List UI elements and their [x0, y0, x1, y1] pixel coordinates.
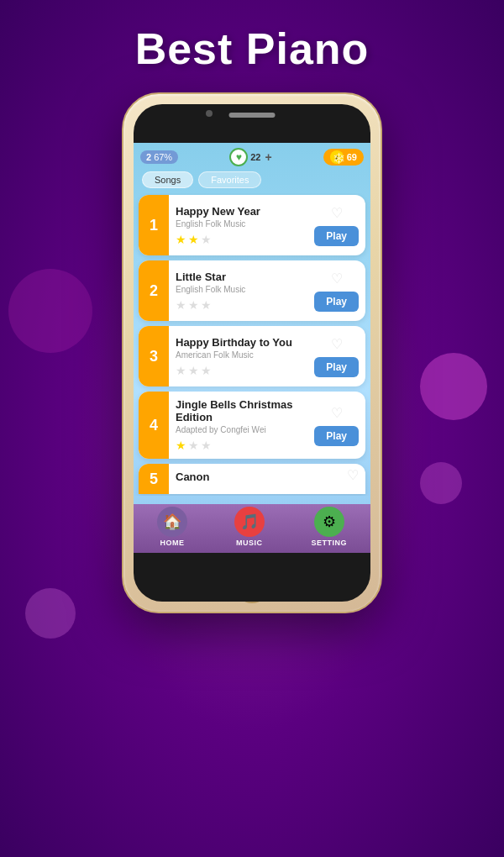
bokeh-decoration — [25, 588, 76, 639]
tab-favorites[interactable]: Favorites — [198, 171, 261, 188]
favorite-heart-1[interactable]: ♡ — [331, 205, 343, 221]
star-icon: ★ — [176, 233, 186, 246]
play-button-2[interactable]: Play — [314, 292, 359, 312]
song-subtitle-3: American Folk Music — [176, 350, 301, 360]
music-icon-circle: 🎵 — [234, 507, 265, 537]
phone-speaker — [229, 113, 276, 118]
song-actions-1: ♡ Play — [307, 200, 365, 251]
star-icon: ★ — [188, 298, 199, 312]
song-info-2: Little Star English Folk Music ★ ★ ★ — [169, 264, 307, 318]
home-icon-circle: 🏠 — [157, 507, 187, 537]
heart-count: 22 — [250, 152, 260, 162]
star-icon: ★ — [201, 298, 212, 312]
coin-count: 69 — [347, 152, 357, 162]
stars-1: ★ ★ ★ — [176, 233, 301, 246]
plus-button[interactable]: + — [265, 150, 271, 164]
song-subtitle-2: English Folk Music — [176, 285, 301, 294]
song-title-4: Jingle Bells Christmas Edition — [176, 398, 301, 423]
song-number-2: 2 — [139, 260, 169, 321]
heart-icon: ♥ — [229, 148, 248, 166]
song-actions-4: ♡ Play — [307, 400, 365, 451]
page-title: Best Piano — [0, 0, 504, 89]
nav-item-music[interactable]: 🎵 MUSIC — [234, 507, 265, 547]
setting-icon-circle: ⚙ — [314, 507, 344, 537]
tab-songs[interactable]: Songs — [142, 171, 193, 188]
bottom-nav: 🏠 HOME 🎵 MUSIC ⚙ SETTING — [134, 504, 370, 553]
favorite-heart-3[interactable]: ♡ — [331, 336, 343, 352]
bokeh-decoration — [8, 269, 92, 353]
snowflake-decoration: ❄ — [333, 150, 345, 168]
star-icon: ★ — [201, 233, 212, 246]
song-card-5-partial: 5 Canon ♡ — [139, 464, 365, 494]
nav-item-home[interactable]: 🏠 HOME — [157, 507, 187, 547]
song-card-4: 4 Jingle Bells Christmas Edition Adapted… — [139, 392, 365, 459]
star-icon: ★ — [188, 439, 199, 452]
star-icon: ★ — [188, 364, 199, 377]
song-info-4: Jingle Bells Christmas Edition Adapted b… — [169, 392, 307, 459]
level-percent: 67% — [154, 152, 172, 162]
phone-frame: ❄ 2 67% ♥ 22 + ♪ 69 Songs — [122, 92, 382, 613]
level-badge: 2 67% — [140, 150, 178, 164]
level-number: 2 — [146, 152, 151, 162]
song-actions-3: ♡ Play — [307, 331, 365, 382]
nav-item-setting[interactable]: ⚙ SETTING — [312, 507, 348, 547]
star-icon: ★ — [201, 364, 212, 377]
song-info-5-partial: Canon — [169, 464, 340, 492]
song-subtitle-4: Adapted by Congfei Wei — [176, 425, 301, 434]
song-title-1: Happy New Year — [176, 205, 301, 218]
song-number-1: 1 — [139, 195, 169, 255]
heart-status: ♥ 22 + — [229, 148, 271, 166]
song-actions-2: ♡ Play — [307, 266, 365, 317]
favorite-heart-2[interactable]: ♡ — [331, 271, 343, 287]
song-title-2: Little Star — [176, 271, 301, 283]
song-info-3: Happy Birthday to You American Folk Musi… — [169, 329, 307, 384]
song-title-3: Happy Birthday to You — [176, 336, 301, 349]
play-button-1[interactable]: Play — [314, 226, 359, 246]
phone-screen: ❄ 2 67% ♥ 22 + ♪ 69 Songs — [134, 143, 370, 553]
song-actions-5-partial: ♡ — [340, 464, 365, 486]
bokeh-decoration — [420, 462, 462, 504]
stars-4: ★ ★ ★ — [176, 439, 301, 452]
song-title-5: Canon — [176, 471, 333, 483]
star-icon: ★ — [176, 364, 186, 377]
star-icon: ★ — [201, 439, 212, 452]
song-info-1: Happy New Year English Folk Music ★ ★ ★ — [169, 198, 307, 253]
tabs-row: Songs Favorites — [134, 170, 370, 193]
home-label: HOME — [160, 539, 184, 547]
phone-camera — [206, 110, 213, 117]
favorite-heart-4[interactable]: ♡ — [331, 405, 343, 421]
star-icon: ★ — [176, 439, 186, 452]
song-card-2: 2 Little Star English Folk Music ★ ★ ★ ♡… — [139, 260, 365, 321]
stars-2: ★ ★ ★ — [176, 298, 301, 312]
play-button-4[interactable]: Play — [314, 426, 359, 446]
setting-label: SETTING — [312, 539, 348, 547]
setting-icon: ⚙ — [323, 513, 336, 531]
play-button-3[interactable]: Play — [314, 357, 359, 377]
songs-list: 1 Happy New Year English Folk Music ★ ★ … — [134, 193, 370, 496]
song-card-3: 3 Happy Birthday to You American Folk Mu… — [139, 326, 365, 386]
song-card-1: 1 Happy New Year English Folk Music ★ ★ … — [139, 195, 365, 255]
song-number-3: 3 — [139, 326, 169, 386]
song-number-5: 5 — [139, 464, 169, 494]
song-number-4: 4 — [139, 392, 169, 459]
music-icon: 🎵 — [240, 513, 259, 531]
bokeh-decoration — [420, 353, 487, 420]
home-icon: 🏠 — [163, 513, 181, 531]
stars-3: ★ ★ ★ — [176, 364, 301, 377]
star-icon: ★ — [188, 233, 199, 246]
favorite-heart-5[interactable]: ♡ — [347, 468, 359, 482]
music-label: MUSIC — [236, 539, 263, 547]
phone-screen-bezel: ❄ 2 67% ♥ 22 + ♪ 69 Songs — [134, 104, 370, 602]
song-subtitle-1: English Folk Music — [176, 219, 301, 229]
star-icon: ★ — [176, 298, 186, 312]
